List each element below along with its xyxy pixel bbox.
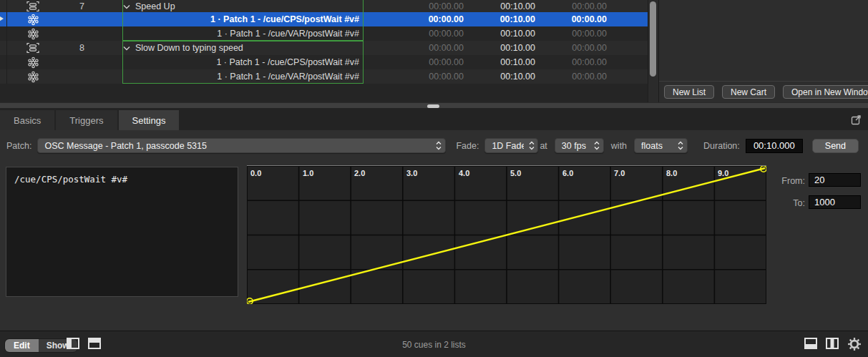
post-wait[interactable]: 00:00.00: [535, 14, 607, 24]
inspector-tabs: Basics Triggers Settings: [0, 109, 868, 130]
status-cell: [0, 55, 7, 69]
cue-row-osc[interactable]: 1 · Patch 1 - /cue/VAR/postWait #v# 00:0…: [0, 69, 648, 84]
sidebar-divider: [659, 81, 868, 82]
horizontal-splitter[interactable]: [0, 102, 868, 109]
network-cue-icon: [7, 57, 59, 69]
x-tick: 8.0: [666, 169, 677, 177]
tab-basics[interactable]: Basics: [0, 110, 54, 130]
x-tick: 5.0: [510, 169, 521, 177]
settings-panel: Patch: OSC Message - Patch 1, passcode 5…: [0, 130, 868, 313]
popout-window-icon[interactable]: [851, 114, 862, 128]
toggle-left-panel-icon[interactable]: [67, 338, 79, 349]
cue-name[interactable]: 1 · Patch 1 - /cue/CPS/postWait #v#: [86, 14, 363, 24]
cue-row-osc[interactable]: 1 · Patch 1 - /cue/VAR/postWait #v# 00:0…: [0, 26, 648, 41]
cue-row-osc-selected[interactable]: 1 · Patch 1 - /cue/CPS/postWait #v# 00:0…: [0, 12, 648, 26]
toggle-right-panel-icon[interactable]: [826, 338, 839, 349]
send-button[interactable]: Send: [812, 139, 859, 153]
cue-number: 7: [59, 1, 86, 11]
duration-field[interactable]: 00:10.000: [746, 139, 803, 153]
new-cart-button[interactable]: New Cart: [722, 85, 775, 99]
splitter-handle[interactable]: [427, 104, 439, 108]
status-bar: Edit Show 50 cues in 2 lists: [0, 331, 868, 357]
cue-number: 8: [59, 43, 86, 53]
new-list-button[interactable]: New List: [664, 85, 714, 99]
cue-name[interactable]: 1 · Patch 1 - /cue/CPS/postWait #v#: [86, 57, 363, 67]
cue-table: 7 Speed Up 00:00.00 00:10.00 00:00.00: [0, 0, 648, 102]
scrollbar-thumb[interactable]: [650, 1, 656, 77]
x-tick: 1.0: [303, 169, 313, 177]
pre-wait[interactable]: 00:00.00: [363, 14, 464, 24]
data-type-select[interactable]: floats: [634, 138, 688, 153]
pre-wait[interactable]: 00:00.00: [363, 57, 464, 67]
tab-settings[interactable]: Settings: [119, 110, 180, 130]
from-field[interactable]: 20: [809, 173, 861, 187]
to-field[interactable]: 1000: [809, 195, 861, 209]
gear-icon[interactable]: [847, 337, 862, 354]
post-wait[interactable]: 00:00.00: [535, 57, 607, 67]
status-cell: [0, 12, 7, 26]
toggle-top-panel-icon[interactable]: [88, 338, 101, 349]
cue-list-scrollbar[interactable]: [648, 0, 658, 102]
cue-list-sidebar: New List New Cart Open in New Window: [658, 0, 868, 102]
fade-curve-graph[interactable]: 0.0 1.0 2.0 3.0 4.0 5.0 6.0 7.0 8.0 9.0: [247, 165, 766, 304]
fade-label: Fade:: [456, 141, 479, 151]
cue-row-osc[interactable]: 1 · Patch 1 - /cue/CPS/postWait #v# 00:0…: [0, 55, 648, 69]
status-cell: [0, 0, 7, 12]
chevron-down-icon[interactable]: [123, 43, 130, 53]
cue-list-section: 7 Speed Up 00:00.00 00:10.00 00:00.00: [0, 0, 868, 102]
stepper-arrows-icon: [592, 141, 602, 150]
cue-name[interactable]: 1 · Patch 1 - /cue/VAR/postWait #v#: [86, 29, 363, 39]
stepper-arrows-icon: [434, 141, 444, 150]
patch-label: Patch:: [6, 141, 31, 151]
fps-select[interactable]: 30 fps: [555, 138, 604, 153]
patch-select[interactable]: OSC Message - Patch 1, passcode 5315: [37, 138, 446, 153]
chevron-down-icon[interactable]: [123, 1, 130, 11]
duration[interactable]: 00:10.00: [464, 43, 535, 53]
duration[interactable]: 00:10.00: [464, 1, 535, 11]
duration[interactable]: 00:10.00: [464, 72, 535, 82]
pre-wait[interactable]: 00:00.00: [363, 72, 464, 82]
pre-wait[interactable]: 00:00.00: [363, 29, 464, 39]
cue-row-group-8[interactable]: 8 Slow Down to typing speed 00:00.00 00:…: [0, 41, 648, 55]
post-wait[interactable]: 00:00.00: [535, 43, 607, 53]
cue-name: Slow Down to typing speed: [135, 43, 243, 53]
x-tick: 2.0: [354, 169, 365, 177]
duration-label: Duration:: [703, 141, 740, 151]
edit-mode-button[interactable]: Edit: [5, 339, 39, 352]
status-cell: [0, 26, 7, 41]
patch-fade-row: Patch: OSC Message - Patch 1, passcode 5…: [0, 130, 868, 161]
cue-row-group-7[interactable]: 7 Speed Up 00:00.00 00:10.00 00:00.00: [0, 0, 648, 12]
pre-wait[interactable]: 00:00.00: [363, 1, 464, 11]
tab-triggers[interactable]: Triggers: [56, 110, 117, 130]
pre-wait[interactable]: 00:00.00: [363, 43, 464, 53]
status-cell: [0, 41, 7, 55]
open-in-new-window-button[interactable]: Open in New Window: [783, 85, 868, 99]
post-wait[interactable]: 00:00.00: [535, 72, 607, 82]
network-cue-icon: [7, 71, 59, 83]
x-tick: 3.0: [406, 169, 417, 177]
stepper-arrows-icon: [527, 141, 537, 150]
x-tick: 6.0: [562, 169, 573, 177]
post-wait[interactable]: 00:00.00: [535, 29, 607, 39]
cue-name-cell[interactable]: Slow Down to typing speed: [86, 43, 363, 53]
duration[interactable]: 00:10.00: [464, 57, 535, 67]
cue-count-summary: 50 cues in 2 lists: [402, 340, 466, 350]
cue-name[interactable]: 1 · Patch 1 - /cue/VAR/postWait #v#: [86, 72, 363, 82]
at-label: at: [540, 141, 547, 151]
x-tick: 9.0: [718, 169, 728, 177]
cue-name: Speed Up: [135, 1, 175, 11]
duration[interactable]: 00:10.00: [464, 14, 535, 24]
playhead-icon: [0, 15, 4, 22]
fade-type-select[interactable]: 1D Fade: [484, 138, 538, 153]
network-cue-icon: [7, 28, 59, 40]
osc-message-input[interactable]: /cue/CPS/postWait #v#: [6, 167, 238, 297]
x-tick: 7.0: [614, 169, 625, 177]
status-cell: [0, 69, 7, 84]
post-wait[interactable]: 00:00.00: [535, 1, 607, 11]
fade-editor: /cue/CPS/postWait #v#: [0, 161, 868, 313]
qlab-window: 7 Speed Up 00:00.00 00:10.00 00:00.00: [0, 0, 868, 357]
cue-name-cell[interactable]: Speed Up: [86, 1, 363, 11]
stepper-arrows-icon: [676, 141, 686, 150]
duration[interactable]: 00:10.00: [464, 29, 535, 39]
toggle-bottom-panel-icon[interactable]: [804, 338, 817, 349]
